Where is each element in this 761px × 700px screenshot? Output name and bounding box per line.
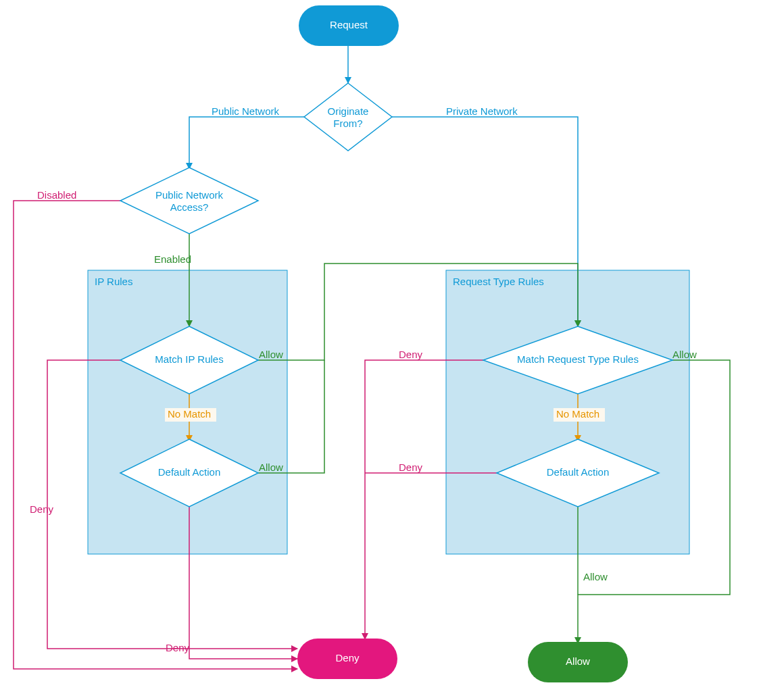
- edge-label-public-network: Public Network: [212, 105, 280, 117]
- edge-label-private-network: Private Network: [446, 105, 518, 117]
- node-request-label: Request: [330, 19, 368, 30]
- edge-label-matchip-allow: Allow: [259, 349, 283, 360]
- edge-label-defaultip-deny: Deny: [166, 642, 190, 653]
- edge-label-ip-nomatch: No Match: [168, 408, 211, 420]
- node-match-rt-label: Match Request Type Rules: [517, 353, 639, 365]
- edge-label-matchrt-deny: Deny: [399, 349, 423, 360]
- node-default-ip-label: Default Action: [158, 466, 221, 478]
- edge-label-enabled: Enabled: [154, 253, 191, 265]
- node-match-ip-label: Match IP Rules: [155, 353, 223, 365]
- node-pna-label-2: Access?: [170, 201, 209, 213]
- ip-rules-title: IP Rules: [95, 276, 132, 287]
- edge-label-rt-nomatch: No Match: [556, 408, 599, 420]
- edge-originate-public: [189, 117, 305, 169]
- node-pna-label-1: Public Network: [155, 189, 224, 201]
- node-originate-label-2: From?: [333, 118, 362, 129]
- request-type-rules-title: Request Type Rules: [453, 276, 544, 287]
- edge-label-matchip-deny: Deny: [30, 503, 54, 515]
- edge-label-defaultip-allow: Allow: [259, 461, 283, 473]
- node-default-rt-label: Default Action: [547, 466, 610, 478]
- node-originate-label-1: Originate: [328, 105, 369, 117]
- flowchart-diagram: IP Rules Request Type Rules Public Netwo…: [0, 0, 761, 700]
- edge-label-matchrt-allow: Allow: [672, 349, 697, 360]
- edge-label-defaultrt-allow: Allow: [583, 571, 608, 582]
- edge-label-disabled: Disabled: [37, 189, 76, 201]
- node-allow-label: Allow: [566, 655, 590, 667]
- edge-label-defaultrt-deny: Deny: [399, 461, 423, 473]
- node-deny-label: Deny: [335, 652, 360, 664]
